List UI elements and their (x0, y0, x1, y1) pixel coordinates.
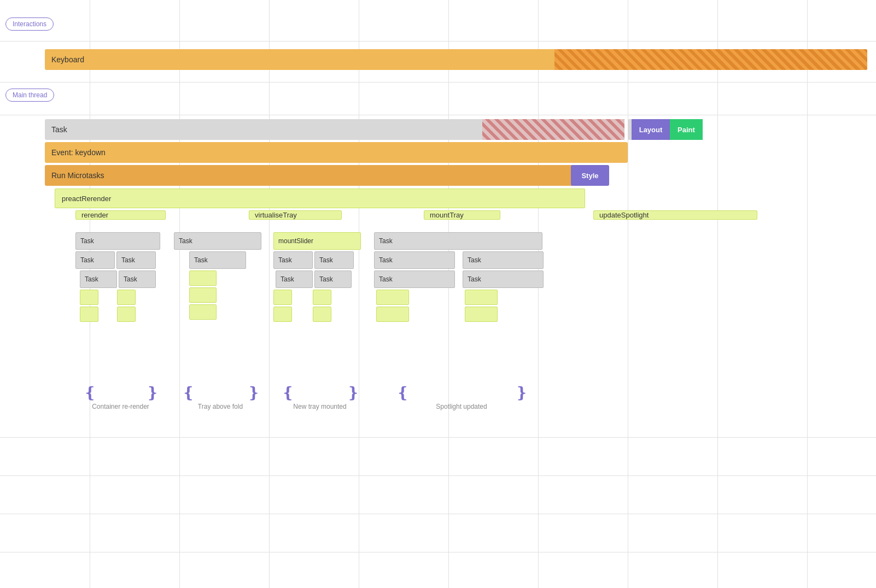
task-us3: Task (374, 271, 455, 288)
event-keydown-label: Event: keydown (45, 148, 106, 157)
func-updatespotlight: updateSpotlight (593, 210, 757, 220)
run-microtasks-bar: Run Microtasks (45, 165, 592, 186)
brace-label-1: Container re-render (75, 403, 166, 410)
task-us: Task (374, 232, 542, 250)
col-mounttray: mountSlider Task Task Task Task (273, 232, 366, 322)
small-mt1 (273, 290, 292, 305)
main-task-bar-label: Task (45, 125, 67, 134)
small-mt4 (313, 307, 331, 322)
task-rerender: Task (75, 232, 160, 250)
small-r1 (80, 290, 98, 305)
task-vt: Task (174, 232, 261, 250)
task-mt4: Task (314, 271, 352, 288)
col-rerender: Task Task Task Task Task (75, 232, 166, 322)
task-r4: Task (119, 271, 156, 288)
style-button[interactable]: Style (571, 165, 609, 186)
brace-new-tray-mounted: ❴ ❵ New tray mounted (273, 385, 366, 410)
preact-rerender-block: preactRerender (55, 189, 585, 208)
brace-container-rerender: ❴ ❵ Container re-render (75, 385, 166, 410)
small-mt2 (313, 290, 331, 305)
func-rerender: rerender (75, 210, 166, 220)
preact-rerender-label: preactRerender (62, 195, 111, 203)
col-virtualisetray: Task Task (174, 232, 267, 320)
main-thread-badge[interactable]: Main thread (5, 89, 54, 102)
func-row: rerender virtualiseTray mountTray update… (75, 210, 757, 220)
small-vt2 (189, 287, 217, 303)
small-us3 (465, 290, 498, 305)
keyboard-bar-hatch (554, 49, 867, 70)
brace-label-2: Tray above fold (174, 403, 267, 410)
task-r3: Task (80, 271, 117, 288)
small-us1 (376, 290, 409, 305)
small-us2 (376, 307, 409, 322)
run-microtasks-label: Run Microtasks (45, 171, 104, 180)
small-r2 (117, 290, 136, 305)
small-vt1 (189, 271, 217, 286)
brace-spotlight-updated: ❴ ❵ Spotlight updated (374, 385, 549, 410)
task-us4: Task (463, 271, 544, 288)
interactions-label: Interactions (13, 20, 46, 28)
small-vt3 (189, 304, 217, 320)
small-r3 (80, 307, 98, 322)
task-vt1: Task (189, 251, 246, 269)
task-r2: Task (116, 251, 156, 269)
brace-label-3: New tray mounted (273, 403, 366, 410)
mount-slider: mountSlider (273, 232, 361, 250)
small-us4 (465, 307, 498, 322)
task-mt1: Task (273, 251, 313, 269)
func-mounttray: mountTray (424, 210, 500, 220)
task-r1: Task (75, 251, 115, 269)
small-r4 (117, 307, 136, 322)
layout-button[interactable]: Layout (632, 119, 670, 140)
main-thread-label: Main thread (13, 91, 47, 99)
task-us2: Task (463, 251, 544, 269)
paint-button[interactable]: Paint (670, 119, 703, 140)
keyboard-bar: Keyboard (45, 49, 867, 70)
interactions-badge[interactable]: Interactions (5, 17, 54, 31)
col-updatespotlight: Task Task Task Task Task (374, 232, 549, 322)
task-us1: Task (374, 251, 455, 269)
brace-label-4: Spotlight updated (374, 403, 549, 410)
task-mt2: Task (314, 251, 354, 269)
func-virtualisetray: virtualiseTray (249, 210, 342, 220)
brace-tray-above-fold: ❴ ❵ Tray above fold (174, 385, 267, 410)
keyboard-bar-label: Keyboard (45, 55, 84, 64)
event-keydown-bar: Event: keydown (45, 142, 628, 163)
task-mt3: Task (276, 271, 313, 288)
main-task-bar: Task (45, 119, 624, 140)
small-mt3 (273, 307, 292, 322)
main-task-bar-hatch (482, 119, 624, 140)
